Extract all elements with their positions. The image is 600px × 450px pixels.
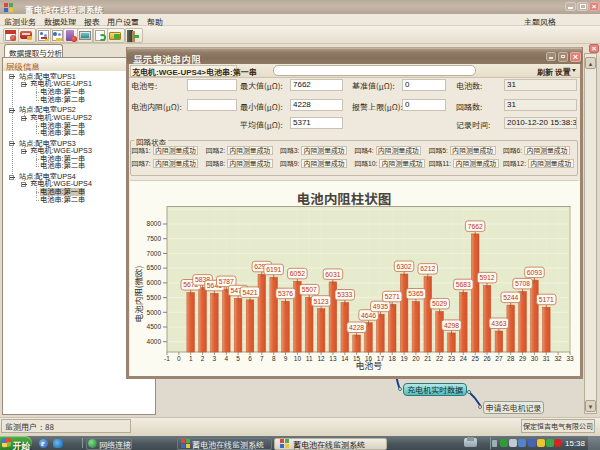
svg-text:19: 19 xyxy=(400,355,408,362)
svg-text:3: 3 xyxy=(213,355,217,362)
svg-text:5000: 5000 xyxy=(147,309,162,316)
svg-text:24: 24 xyxy=(460,355,468,362)
svg-text:4298: 4298 xyxy=(444,322,459,329)
svg-text:5271: 5271 xyxy=(385,293,400,300)
svg-text:32: 32 xyxy=(554,355,562,362)
svg-text:27: 27 xyxy=(495,355,503,362)
svg-text:18: 18 xyxy=(389,355,397,362)
svg-text:26: 26 xyxy=(483,355,491,362)
svg-text:6031: 6031 xyxy=(325,271,340,278)
svg-text:5683: 5683 xyxy=(456,281,471,288)
svg-text:23: 23 xyxy=(448,355,456,362)
svg-text:20: 20 xyxy=(412,355,420,362)
svg-text:电池内阻柱状图: 电池内阻柱状图 xyxy=(297,188,392,208)
svg-text:13: 13 xyxy=(329,355,337,362)
svg-text:8: 8 xyxy=(272,355,276,362)
svg-text:30: 30 xyxy=(531,355,539,362)
svg-text:7000: 7000 xyxy=(147,250,162,257)
svg-text:14: 14 xyxy=(341,355,349,362)
svg-text:6093: 6093 xyxy=(527,269,542,276)
svg-text:5123: 5123 xyxy=(314,298,329,305)
svg-text:-1: -1 xyxy=(164,355,170,362)
svg-text:33: 33 xyxy=(566,355,574,362)
svg-text:7662: 7662 xyxy=(468,223,483,230)
svg-text:5912: 5912 xyxy=(479,274,494,281)
svg-text:4228: 4228 xyxy=(349,324,364,331)
svg-text:4500: 4500 xyxy=(147,323,162,330)
svg-text:5244: 5244 xyxy=(503,294,518,301)
svg-text:6000: 6000 xyxy=(147,279,162,286)
svg-text:8000: 8000 xyxy=(147,220,162,227)
svg-text:6191: 6191 xyxy=(266,266,281,273)
svg-text:4000: 4000 xyxy=(147,338,162,345)
svg-text:5333: 5333 xyxy=(337,291,352,298)
svg-text:4363: 4363 xyxy=(491,320,506,327)
svg-text:7: 7 xyxy=(260,355,264,362)
svg-text:5: 5 xyxy=(236,355,240,362)
svg-text:电池号: 电池号 xyxy=(355,359,382,372)
svg-text:5500: 5500 xyxy=(147,294,162,301)
svg-text:5376: 5376 xyxy=(278,290,293,297)
svg-text:6500: 6500 xyxy=(147,264,162,271)
svg-text:21: 21 xyxy=(424,355,432,362)
svg-text:0: 0 xyxy=(177,355,181,362)
svg-text:11: 11 xyxy=(306,355,313,362)
svg-text:5507: 5507 xyxy=(302,286,317,293)
svg-text:7500: 7500 xyxy=(147,235,162,242)
svg-text:9: 9 xyxy=(284,355,288,362)
svg-text:22: 22 xyxy=(436,355,444,362)
svg-text:5365: 5365 xyxy=(408,290,423,297)
svg-text:2: 2 xyxy=(201,355,205,362)
svg-text:25: 25 xyxy=(472,355,480,362)
svg-text:5787: 5787 xyxy=(219,278,234,285)
svg-text:5171: 5171 xyxy=(539,296,554,303)
svg-text:4935: 4935 xyxy=(373,303,388,310)
svg-text:31: 31 xyxy=(543,355,551,362)
svg-text:4: 4 xyxy=(224,355,228,362)
svg-text:12: 12 xyxy=(317,355,325,362)
svg-text:6212: 6212 xyxy=(420,265,435,272)
svg-text:5029: 5029 xyxy=(432,300,447,307)
svg-text:1: 1 xyxy=(189,355,193,362)
svg-text:4646: 4646 xyxy=(361,312,376,319)
svg-text:5421: 5421 xyxy=(242,289,257,296)
svg-text:28: 28 xyxy=(507,355,515,362)
svg-text:29: 29 xyxy=(519,355,527,362)
svg-text:电池内阻(微欧): 电池内阻(微欧) xyxy=(132,266,144,323)
svg-text:5708: 5708 xyxy=(515,280,530,287)
svg-text:6: 6 xyxy=(248,355,252,362)
svg-text:10: 10 xyxy=(294,355,302,362)
svg-text:6052: 6052 xyxy=(290,270,305,277)
svg-text:6302: 6302 xyxy=(397,263,412,270)
